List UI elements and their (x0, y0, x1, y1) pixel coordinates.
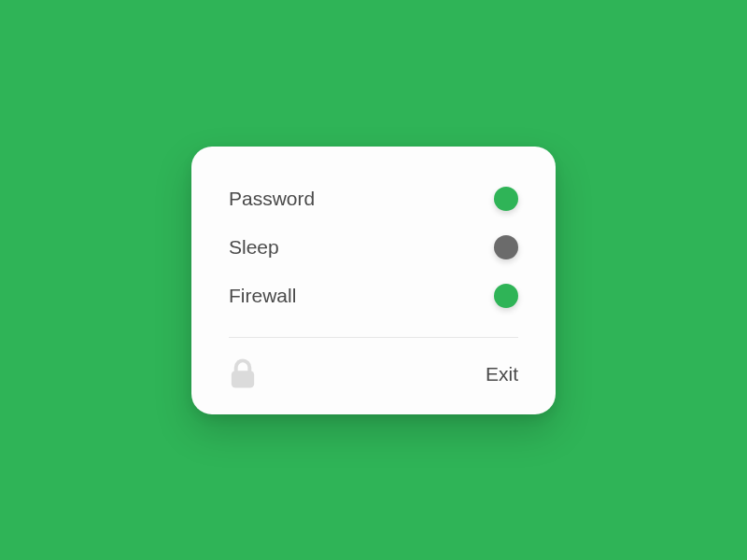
setting-row-firewall: Firewall (229, 272, 518, 320)
setting-label: Sleep (229, 236, 279, 259)
toggle-indicator-password[interactable] (494, 187, 518, 211)
setting-row-sleep: Sleep (229, 223, 518, 272)
settings-list: Password Sleep Firewall (191, 147, 556, 337)
lock-icon[interactable] (229, 358, 257, 390)
setting-label: Password (229, 188, 315, 210)
card-footer: Exit (191, 338, 556, 414)
exit-button[interactable]: Exit (486, 363, 518, 385)
settings-card: Password Sleep Firewall Exit (191, 147, 556, 414)
toggle-indicator-firewall[interactable] (494, 284, 518, 308)
svg-rect-0 (232, 371, 254, 387)
toggle-indicator-sleep[interactable] (494, 235, 518, 259)
setting-label: Firewall (229, 285, 296, 307)
setting-row-password: Password (229, 175, 518, 223)
